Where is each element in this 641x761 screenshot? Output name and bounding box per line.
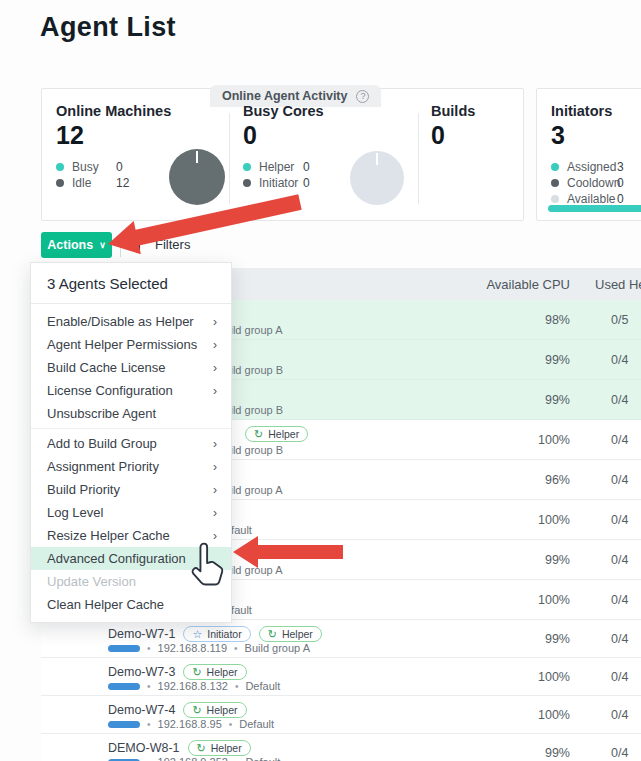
legend-value: 0 (617, 176, 624, 190)
menu-item-clean-helper-cache[interactable]: Clean Helper Cache (31, 593, 231, 616)
separator-dot: • (147, 681, 151, 692)
agent-badges: ↻Helper (245, 426, 308, 442)
agent-ip: 192.168.9.252 (158, 756, 228, 761)
stat-builds: Builds0 (431, 103, 475, 150)
used-helpers-value: 0/4 (611, 353, 628, 367)
menu-item-unsubscribe-agent[interactable]: Unsubscribe Agent (31, 402, 231, 425)
menu-item-add-to-build-group[interactable]: Add to Build Group › (31, 432, 231, 455)
filters-button[interactable]: Filters (131, 236, 190, 253)
menu-item-label: Log Level (47, 505, 103, 520)
legend-dot-icon (243, 179, 251, 187)
helper-badge: ↻Helper (245, 426, 308, 442)
used-helpers-value: 0/4 (611, 393, 628, 407)
stat-busy-cores: Busy Cores0Helper0Initiator0 (243, 103, 324, 191)
chevron-right-icon: › (213, 437, 217, 451)
used-helpers-value: 0/4 (611, 473, 628, 487)
agent-status-bar (108, 645, 140, 652)
used-helpers-value: 0/4 (611, 632, 628, 646)
filters-label: Filters (155, 237, 190, 252)
menu-item-enable-disable-as-helper[interactable]: Enable/Disable as Helper › (31, 310, 231, 333)
menu-item-advanced-configuration[interactable]: Advanced Configuration (31, 547, 231, 570)
help-icon[interactable]: ? (356, 90, 369, 103)
agent-badges: ☆Initiator↻Helper (183, 626, 321, 642)
column-header-used-helpers[interactable]: Used Helpers (595, 277, 641, 292)
agent-badges: ↻Helper (183, 664, 246, 680)
toolbar-divider (120, 233, 121, 257)
menu-item-assignment-priority[interactable]: Assignment Priority › (31, 455, 231, 478)
menu-item-log-level[interactable]: Log Level › (31, 501, 231, 524)
agent-ip: 192.168.8.132 (158, 680, 228, 692)
separator-dot: • (229, 719, 233, 730)
menu-item-label: Advanced Configuration (47, 551, 186, 566)
menu-item-label: Enable/Disable as Helper (47, 314, 194, 329)
chevron-right-icon: › (213, 529, 217, 543)
page-title: Agent List (40, 12, 176, 43)
stat-label: Initiators (551, 103, 624, 119)
menu-header-agents-selected: 3 Agents Selected (31, 263, 231, 303)
filter-funnel-icon (131, 236, 146, 253)
chevron-right-icon: › (213, 506, 217, 520)
separator-dot: • (147, 757, 151, 761)
used-helpers-value: 0/4 (611, 513, 628, 527)
menu-item-label: License Configuration (47, 383, 173, 398)
online-machines-donut-chart (169, 149, 225, 205)
legend-dot-icon (551, 163, 559, 171)
available-cpu-value: 100% (538, 433, 570, 447)
chevron-down-icon: ∨ (99, 240, 106, 250)
legend-value: 0 (303, 160, 310, 174)
legend-value: 12 (116, 176, 129, 190)
card-divider (418, 113, 419, 204)
chevron-right-icon: › (213, 315, 217, 329)
stat-label: Online Machines (56, 103, 171, 119)
initiator-badge-icon: ☆ (192, 629, 202, 640)
agent-ip: 192.168.8.119 (158, 642, 228, 654)
available-cpu-value: 99% (545, 353, 570, 367)
legend-row: Assigned3 (551, 159, 624, 175)
menu-item-build-priority[interactable]: Build Priority › (31, 478, 231, 501)
stat-legend: Helper0Initiator0 (243, 159, 324, 191)
actions-button[interactable]: Actions ∨ (41, 232, 112, 258)
table-row[interactable]: Demo-W7-4 ↻Helper • 192.168.8.95 • Defau… (41, 696, 641, 734)
legend-name: Cooldown (567, 176, 617, 190)
table-row[interactable]: DEMO-W8-1 ↻Helper • 192.168.9.252 • Defa… (41, 734, 641, 761)
table-row[interactable]: Demo-W7-3 ↻Helper • 192.168.8.132 • Defa… (41, 658, 641, 696)
available-cpu-value: 99% (545, 393, 570, 407)
table-row[interactable]: Demo-W7-1 ☆Initiator↻Helper • 192.168.8.… (41, 620, 641, 658)
legend-value: 0 (303, 176, 310, 190)
menu-item-resize-helper-cache[interactable]: Resize Helper Cache › (31, 524, 231, 547)
chevron-right-icon: › (213, 384, 217, 398)
agent-build-group: Build group A (245, 642, 310, 654)
agent-name: Demo-W7-3 (108, 665, 175, 679)
menu-item-agent-helper-permissions[interactable]: Agent Helper Permissions › (31, 333, 231, 356)
menu-item-license-configuration[interactable]: License Configuration › (31, 379, 231, 402)
helper-badge: ↻Helper (183, 664, 246, 680)
legend-name: Available (567, 192, 617, 206)
actions-dropdown-menu: 3 Agents Selected Enable/Disable as Help… (30, 262, 232, 623)
column-header-available-cpu[interactable]: Available CPU (486, 277, 570, 292)
agent-status-bar (108, 721, 140, 728)
menu-divider (31, 428, 231, 429)
separator-dot: • (234, 643, 238, 654)
helper-badge: ↻Helper (259, 626, 322, 642)
actions-button-label: Actions (47, 238, 93, 252)
menu-item-label: Build Cache License (47, 360, 166, 375)
legend-value: 0 (617, 192, 624, 206)
legend-row: Idle12 (56, 175, 171, 191)
menu-divider (31, 303, 231, 304)
menu-item-build-cache-license[interactable]: Build Cache License › (31, 356, 231, 379)
used-helpers-value: 0/5 (611, 313, 628, 327)
menu-item-label: Add to Build Group (47, 436, 157, 451)
helper-badge-icon: ↻ (268, 629, 277, 640)
used-helpers-value: 0/4 (611, 553, 628, 567)
legend-name: Assigned (567, 160, 617, 174)
agent-build-group: Default (239, 718, 274, 730)
agent-build-group: Default (245, 756, 280, 761)
legend-name: Busy (72, 160, 116, 174)
stat-initiators: Initiators3Assigned3Cooldown0Available0 (551, 103, 624, 207)
legend-dot-icon (243, 163, 251, 171)
legend-value: 3 (617, 160, 624, 174)
separator-dot: • (235, 681, 239, 692)
available-cpu-value: 99% (545, 632, 570, 646)
menu-item-update-version: Update Version (31, 570, 231, 593)
used-helpers-value: 0/4 (611, 593, 628, 607)
